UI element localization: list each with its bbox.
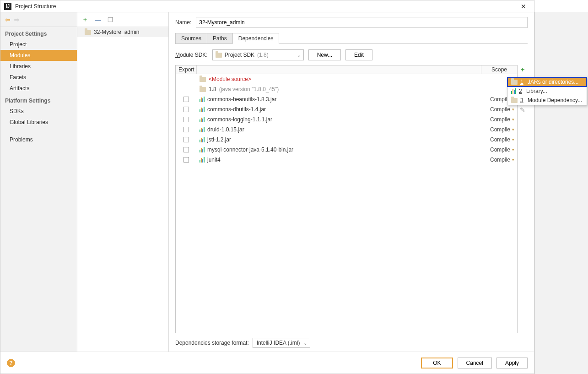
header-scope[interactable]: Scope	[481, 65, 517, 74]
popup-label: Library...	[526, 88, 547, 94]
library-icon	[200, 117, 205, 122]
export-checkbox[interactable]	[183, 147, 189, 152]
dependency-row[interactable]: junit4Compile▾	[176, 155, 517, 165]
name-row: Name:	[175, 17, 528, 28]
export-checkbox[interactable]	[183, 107, 189, 112]
add-dependency-popup: 1JARs or directories...2Library...3Modul…	[507, 77, 587, 105]
dependency-name: commons-beanutils-1.8.3.jar	[207, 96, 276, 103]
background-area	[534, 12, 588, 374]
sdk-new-button[interactable]: New...	[308, 49, 341, 60]
dependency-row[interactable]: mysql-connector-java-5.1.40-bin.jarCompi…	[176, 145, 517, 155]
export-checkbox[interactable]	[183, 127, 189, 132]
dependency-row[interactable]: druid-1.0.15.jarCompile▾	[176, 125, 517, 135]
folder-icon	[511, 80, 518, 85]
edit-dependency-icon[interactable]: ✎	[519, 106, 526, 114]
tab-dependencies[interactable]: Dependencies	[232, 33, 280, 44]
dependency-name: commons-logging-1.1.1.jar	[207, 116, 272, 123]
chevron-down-icon: ▾	[512, 137, 514, 142]
module-tree-item[interactable]: 32-Mystore_admin	[77, 27, 168, 37]
storage-value: IntelliJ IDEA (.iml)	[257, 340, 300, 346]
scope-value[interactable]: Compile	[490, 116, 510, 123]
scope-value[interactable]: Compile	[490, 126, 510, 133]
folder-icon	[216, 53, 222, 58]
dependency-name: junit4	[207, 157, 221, 163]
folder-icon	[200, 77, 206, 82]
module-tree-panel: ＋ — ❐ 32-Mystore_admin	[77, 12, 169, 352]
export-checkbox[interactable]	[183, 157, 189, 163]
module-source-row[interactable]: <Module source>	[176, 74, 517, 84]
dependencies-table: Export Scope <Module source>	[175, 65, 518, 333]
body: ⇦ ⇨ Project Settings ProjectModulesLibra…	[0, 12, 534, 352]
dependency-row[interactable]: commons-beanutils-1.8.3.jarCompile▾	[176, 94, 517, 104]
project-structure-window: IJ Project Structure ✕ ⇦ ⇨ Project Setti…	[0, 0, 534, 374]
apply-button[interactable]: Apply	[496, 358, 528, 369]
nav-item-modules[interactable]: Modules	[0, 50, 77, 61]
scope-value[interactable]: Compile	[490, 146, 510, 153]
name-input[interactable]	[196, 17, 528, 28]
dependency-row[interactable]: commons-dbutils-1.4.jarCompile▾	[176, 104, 517, 114]
left-nav: ⇦ ⇨ Project Settings ProjectModulesLibra…	[0, 12, 77, 352]
section-platform-settings: Platform Settings	[0, 94, 77, 106]
tab-paths[interactable]: Paths	[207, 33, 233, 44]
module-sdk-select[interactable]: Project SDK (1.8) ⌄	[212, 49, 304, 60]
popup-shortcut: 3	[520, 97, 525, 103]
remove-module-icon[interactable]: —	[95, 16, 101, 23]
help-icon[interactable]: ?	[7, 359, 15, 367]
cancel-button[interactable]: Cancel	[458, 358, 492, 369]
nav-item-sdks[interactable]: SDKs	[0, 106, 77, 117]
module-toolbar: ＋ — ❐	[77, 12, 168, 27]
library-icon	[200, 147, 205, 152]
library-icon	[200, 97, 205, 102]
section-project-settings: Project Settings	[0, 27, 77, 39]
dependency-name: druid-1.0.15.jar	[207, 126, 244, 133]
nav-item-problems[interactable]: Problems	[0, 134, 77, 145]
back-button[interactable]: ⇦	[5, 16, 11, 23]
sdk-version: (1.8)	[257, 52, 269, 58]
forward-button[interactable]: ⇨	[14, 16, 20, 23]
library-icon	[200, 157, 205, 163]
export-checkbox[interactable]	[183, 97, 189, 102]
storage-format-select[interactable]: IntelliJ IDEA (.iml) ⌄	[253, 338, 311, 348]
dependencies-body: <Module source> 1.8 (java version "1.8.0…	[176, 74, 517, 333]
dependency-name: jstl-1.2.jar	[207, 136, 231, 143]
dependency-row[interactable]: commons-logging-1.1.1.jarCompile▾	[176, 114, 517, 125]
nav-item-artifacts[interactable]: Artifacts	[0, 83, 77, 94]
scope-value[interactable]: Compile	[490, 136, 510, 143]
close-button[interactable]: ✕	[517, 3, 530, 10]
jdk-row[interactable]: 1.8 (java version "1.8.0_45")	[176, 84, 517, 94]
chevron-down-icon: ⌄	[297, 53, 301, 58]
nav-item-facets[interactable]: Facets	[0, 72, 77, 83]
details-panel: Name: SourcesPathsDependencies Module SD…	[169, 12, 534, 352]
export-checkbox[interactable]	[183, 117, 189, 122]
dependency-name: mysql-connector-java-5.1.40-bin.jar	[207, 146, 293, 153]
header-name[interactable]	[197, 65, 481, 74]
tab-sources[interactable]: Sources	[175, 33, 207, 44]
popup-item-module-dependency[interactable]: 3Module Dependency...	[507, 96, 587, 105]
export-checkbox[interactable]	[183, 137, 189, 142]
folder-icon	[511, 98, 518, 103]
add-dependency-icon[interactable]: ＋	[519, 66, 526, 73]
scope-value[interactable]: Compile	[490, 157, 510, 163]
sdk-row: Module SDK: Project SDK (1.8) ⌄ New... E…	[175, 49, 528, 60]
scope-value[interactable]: Compile	[490, 106, 510, 113]
chevron-down-icon: ▾	[512, 127, 514, 132]
jdk-detail: (java version "1.8.0_45")	[219, 86, 279, 92]
sdk-edit-button[interactable]: Edit	[345, 49, 372, 60]
ok-button[interactable]: OK	[421, 358, 453, 369]
popup-item-library[interactable]: 2Library...	[507, 87, 587, 96]
nav-item-project[interactable]: Project	[0, 39, 77, 50]
nav-item-libraries[interactable]: Libraries	[0, 61, 77, 72]
library-icon	[200, 107, 205, 112]
footer: ? OK Cancel Apply	[0, 352, 534, 374]
add-module-icon[interactable]: ＋	[82, 16, 88, 24]
name-label: Name:	[175, 19, 191, 26]
popup-item-jars-or-directories[interactable]: 1JARs or directories...	[507, 77, 587, 87]
copy-module-icon[interactable]: ❐	[108, 16, 113, 23]
header-export[interactable]: Export	[176, 65, 197, 74]
nav-item-global-libraries[interactable]: Global Libraries	[0, 117, 77, 128]
library-icon	[511, 88, 516, 94]
folder-icon	[85, 30, 91, 35]
library-icon	[200, 127, 205, 132]
dependency-row[interactable]: jstl-1.2.jarCompile▾	[176, 135, 517, 145]
popup-shortcut: 2	[519, 88, 523, 94]
